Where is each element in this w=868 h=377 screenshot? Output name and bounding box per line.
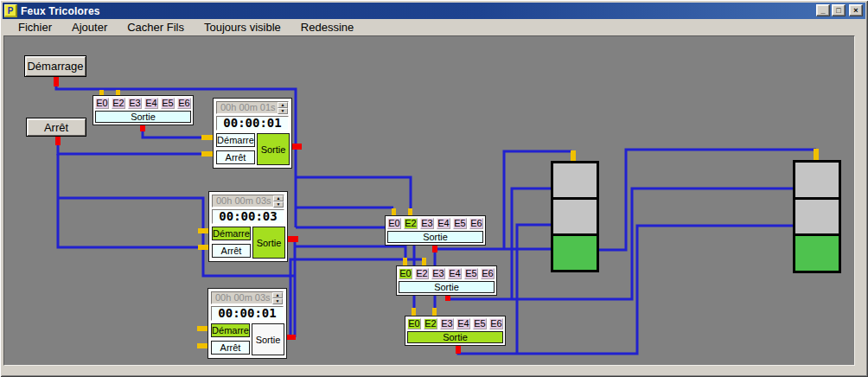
window-controls: _ □ × xyxy=(814,4,863,16)
title-bar[interactable]: P Feux Tricolores _ □ × xyxy=(3,3,865,19)
stub-lb3-e2-connector[interactable] xyxy=(422,258,426,265)
close-button[interactable]: × xyxy=(849,4,863,16)
menu-toujours-visible[interactable]: Toujours visible xyxy=(201,20,284,35)
menu-ajouter[interactable]: Ajouter xyxy=(69,20,110,35)
input-cell-e5: E5 xyxy=(464,268,478,279)
logic-block-3[interactable]: E0 E2 E3 E4 E5 E6 Sortie xyxy=(396,265,497,296)
input-cell-e3: E3 xyxy=(128,98,142,109)
green-segment xyxy=(553,236,597,270)
spin-up-button[interactable]: ▲ xyxy=(272,292,283,298)
maximize-button[interactable]: □ xyxy=(832,4,846,16)
status-bar xyxy=(3,367,855,374)
input-cell-e2: E2 xyxy=(415,268,429,279)
time-display: 00:00:03 xyxy=(212,209,284,224)
output-cell: Sortie xyxy=(407,331,503,343)
app-window: P Feux Tricolores _ □ × Fichier Ajouter … xyxy=(0,0,868,377)
stub-t3-arret-connector[interactable] xyxy=(197,343,207,348)
duration-spinner: ▲ ▼ xyxy=(273,195,284,207)
input-cell-e0: E0 xyxy=(407,318,421,329)
stub-t1-arret-connector[interactable] xyxy=(201,151,213,157)
yellow-segment xyxy=(553,200,597,233)
input-cell-e4: E4 xyxy=(144,98,158,109)
time-display: 00:00:01 xyxy=(216,116,289,131)
window-title: Feux Tricolores xyxy=(21,5,100,17)
output-cell: Sortie xyxy=(399,281,495,293)
duration-field[interactable]: 00h 00m 03s ▲ ▼ xyxy=(212,195,284,208)
menu-redessine[interactable]: Redessine xyxy=(298,20,356,35)
stub-t2-demarre-connector[interactable] xyxy=(198,228,208,233)
stub-t3-demarre-connector[interactable] xyxy=(197,326,207,331)
menu-cacher-fils[interactable]: Cacher Fils xyxy=(124,20,187,35)
start-input-cell: Démarre xyxy=(212,227,251,240)
input-cell-e6: E6 xyxy=(481,268,495,279)
input-row: E0 E2 E3 E4 E5 E6 xyxy=(399,268,495,279)
arret-button[interactable]: Arrêt xyxy=(26,118,86,137)
input-cell-e0: E0 xyxy=(387,218,401,229)
input-row: E0 E2 E3 E4 E5 E6 xyxy=(387,218,483,229)
input-cell-e0: E0 xyxy=(95,98,109,109)
input-cell-e0: E0 xyxy=(399,268,412,279)
input-cell-e2: E2 xyxy=(404,218,418,229)
input-cell-e2: E2 xyxy=(424,318,437,329)
stub-t3-out-connector[interactable] xyxy=(287,335,296,340)
spin-down-button[interactable]: ▼ xyxy=(278,108,288,114)
input-cell-e3: E3 xyxy=(420,218,434,229)
spin-down-button[interactable]: ▼ xyxy=(272,298,283,304)
input-cell-e5: E5 xyxy=(453,218,467,229)
timer-block-2[interactable]: 00h 00m 03s ▲ ▼ 00:00:03 Démarre Arrêt S… xyxy=(208,191,288,262)
stop-input-cell: Arrêt xyxy=(216,150,255,164)
stub-t2-arret-connector[interactable] xyxy=(198,245,208,250)
stub-light2-top-connector[interactable] xyxy=(814,149,819,160)
minimize-button[interactable]: _ xyxy=(816,4,830,16)
yellow-segment xyxy=(795,200,839,234)
input-cell-e5: E5 xyxy=(473,318,487,329)
stub-t1-out-connector[interactable] xyxy=(292,144,302,150)
input-cell-e4: E4 xyxy=(456,318,470,329)
input-cell-e3: E3 xyxy=(431,268,445,279)
stub-arret-out-connector[interactable] xyxy=(55,136,61,145)
input-cell-e3: E3 xyxy=(440,318,454,329)
red-segment xyxy=(553,163,597,197)
stub-lb4-e0-connector[interactable] xyxy=(412,308,416,316)
input-cell-e2: E2 xyxy=(112,98,125,109)
output-cell: Sortie xyxy=(257,133,290,165)
stop-input-cell: Arrêt xyxy=(211,341,250,355)
logic-block-4[interactable]: E0 E2 E3 E4 E5 E6 Sortie xyxy=(405,316,506,346)
menu-fichier[interactable]: Fichier xyxy=(16,20,54,35)
stub-lb4-e2-connector[interactable] xyxy=(432,308,437,316)
output-cell: Sortie xyxy=(95,111,191,123)
input-cell-e4: E4 xyxy=(448,268,462,279)
output-cell: Sortie xyxy=(387,231,483,243)
timer-block-1[interactable]: 00h 00m 01s ▲ ▼ 00:00:01 Démarre Arrêt S… xyxy=(213,98,292,169)
start-input-cell: Démarre xyxy=(216,133,255,147)
demarrage-button[interactable]: Démarrage xyxy=(24,55,86,77)
input-cell-e6: E6 xyxy=(177,98,191,109)
spin-up-button[interactable]: ▲ xyxy=(273,195,284,201)
duration-field[interactable]: 00h 00m 01s ▲ ▼ xyxy=(216,101,289,114)
app-icon: P xyxy=(4,4,17,17)
menu-bar: Fichier Ajouter Cacher Fils Toujours vis… xyxy=(3,19,865,35)
traffic-light-1[interactable] xyxy=(551,161,599,272)
time-display: 00:00:01 xyxy=(211,306,284,321)
spin-up-button[interactable]: ▲ xyxy=(278,102,288,108)
input-cell-e5: E5 xyxy=(161,98,175,109)
stub-demarrage-out-connector[interactable] xyxy=(54,77,59,86)
stop-input-cell: Arrêt xyxy=(212,244,251,258)
stub-t1-demarre-connector[interactable] xyxy=(201,135,213,140)
output-cell: Sortie xyxy=(252,227,285,259)
traffic-light-2[interactable] xyxy=(793,160,841,273)
duration-field[interactable]: 00h 00m 03s ▲ ▼ xyxy=(211,291,284,304)
stub-lb3-e0-connector[interactable] xyxy=(403,258,407,265)
stub-lb4-out-connector[interactable] xyxy=(456,345,461,354)
green-segment xyxy=(795,236,839,271)
input-row: E0 E2 E3 E4 E5 E6 xyxy=(95,98,191,109)
input-row: E0 E2 E3 E4 E5 E6 xyxy=(407,318,503,329)
start-input-cell: Démarre xyxy=(211,323,250,337)
red-segment xyxy=(795,163,839,197)
stub-t2-out-connector[interactable] xyxy=(288,236,298,242)
logic-block-1[interactable]: E0 E2 E3 E4 E5 E6 Sortie xyxy=(93,95,194,125)
logic-block-2[interactable]: E0 E2 E3 E4 E5 E6 Sortie xyxy=(385,215,486,246)
timer-block-3[interactable]: 00h 00m 03s ▲ ▼ 00:00:01 Démarre Arrêt S… xyxy=(207,288,287,359)
duration-spinner: ▲ ▼ xyxy=(272,292,283,304)
spin-down-button[interactable]: ▼ xyxy=(273,201,284,208)
